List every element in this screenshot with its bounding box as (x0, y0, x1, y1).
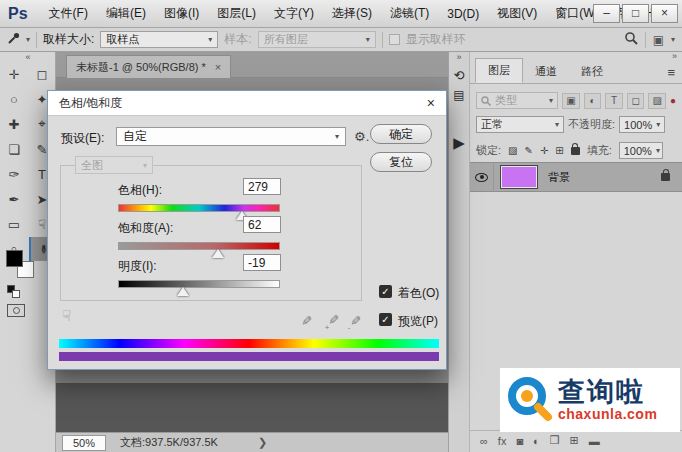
link-icon[interactable]: ∞ (480, 435, 488, 447)
healing-tool[interactable]: ✚ (1, 112, 27, 136)
opacity-field[interactable]: 100% ▾ (619, 116, 665, 133)
tab-paths[interactable]: 路径 (569, 60, 615, 83)
filter-smart-icon[interactable]: ▨ (648, 93, 666, 109)
watermark: 查询啦 chaxunla.com (500, 368, 680, 432)
saturation-slider[interactable] (118, 242, 280, 250)
hue-slider[interactable] (118, 204, 280, 212)
move-tool[interactable]: ✛ (1, 62, 27, 86)
filter-shape-icon[interactable]: ◻ (627, 93, 645, 109)
saturation-slider-handle[interactable] (212, 249, 224, 258)
search-icon[interactable] (624, 31, 638, 48)
filter-type-icon[interactable]: T (605, 93, 623, 109)
menu-file[interactable]: 文件(F) (40, 5, 97, 22)
dialog-title-bar[interactable]: 色相/饱和度 × (48, 91, 446, 116)
filter-pixel-icon[interactable]: ▣ (562, 93, 580, 109)
default-colors-icon[interactable] (12, 290, 20, 298)
hue-input[interactable] (243, 178, 281, 195)
menu-image[interactable]: 图像(I) (155, 5, 208, 22)
lock-paint-icon[interactable]: ✎ (525, 145, 533, 156)
history-panel-icon[interactable]: ⟲ (449, 68, 469, 83)
pen-tool[interactable]: ✒ (1, 187, 27, 211)
filter-type-select: 类型 ▾ (476, 92, 558, 109)
expand-dock-icon[interactable]: » (449, 52, 469, 62)
preset-label: 预设(E): (61, 130, 104, 147)
lock-transparent-icon[interactable]: ▨ (508, 145, 517, 156)
reset-button[interactable]: 复位 (370, 152, 432, 172)
layer-filter-row: 类型 ▾ ▣ ◐ T ◻ ▨ ● (476, 92, 676, 109)
fx-icon[interactable]: fx (498, 435, 507, 447)
menu-layer[interactable]: 图层(L) (208, 5, 265, 22)
new-layer-icon[interactable]: ⊞ (570, 434, 579, 447)
adjusted-spectrum-bar (59, 352, 439, 361)
close-button[interactable]: × (651, 4, 678, 23)
sample-select: 所有图层 ▾ (258, 31, 376, 48)
close-tab-icon[interactable]: × (215, 61, 221, 73)
preview-checkbox[interactable]: ✓ (379, 313, 392, 326)
saturation-input[interactable] (243, 216, 281, 233)
lock-all-icon[interactable] (571, 147, 580, 155)
lightness-input[interactable] (243, 254, 281, 271)
menu-type[interactable]: 文字(Y) (265, 5, 323, 22)
menu-view[interactable]: 视图(V) (488, 5, 546, 22)
tab-channels[interactable]: 通道 (523, 60, 569, 83)
status-expand-icon[interactable]: ❯ (258, 436, 267, 449)
filter-adjustment-icon[interactable]: ◐ (584, 93, 602, 109)
colorize-checkbox[interactable]: ✓ (379, 285, 392, 298)
document-tab[interactable]: 未标题-1 @ 50%(RGB/8) * × (66, 55, 231, 78)
layer-row-background[interactable]: 背景 (470, 162, 682, 192)
chevron-down-icon[interactable]: ▾ (671, 35, 675, 44)
gear-icon[interactable]: ⚙. (354, 129, 369, 144)
show-ring-label: 显示取样环 (406, 31, 466, 48)
menu-edit[interactable]: 编辑(E) (97, 5, 155, 22)
lock-move-icon[interactable]: ✛ (540, 145, 548, 156)
foreground-color-swatch[interactable] (6, 250, 23, 267)
visibility-eye-icon[interactable] (475, 173, 488, 182)
opacity-label: 不透明度: (568, 117, 615, 132)
adjustment-icon[interactable]: ◐ (533, 435, 540, 447)
menu-3d[interactable]: 3D(D) (438, 7, 488, 21)
stamp-tool[interactable]: ❏ (1, 137, 27, 161)
preview-label: 预览(P) (398, 313, 438, 330)
eyedropper-icon[interactable] (7, 32, 20, 48)
lightness-slider[interactable] (118, 280, 280, 288)
tool-preset-caret-icon[interactable]: ▾ (26, 35, 30, 44)
properties-panel-icon[interactable]: ▤ (449, 88, 469, 102)
fill-field[interactable]: 100% ▾ (619, 142, 663, 159)
saturation-label: 饱和度(A): (118, 220, 173, 237)
trash-icon[interactable]: ▬ (589, 435, 600, 447)
dialog-title: 色相/饱和度 (59, 95, 122, 112)
lightness-slider-handle[interactable] (177, 287, 189, 296)
mask-icon[interactable]: ◙ (516, 435, 523, 447)
show-ring-checkbox (389, 34, 400, 45)
maximize-button[interactable]: □ (622, 4, 649, 23)
history-brush-tool[interactable]: ✑ (1, 162, 27, 186)
layer-thumbnail[interactable] (500, 165, 538, 189)
collapse-toolbar-icon[interactable]: « (0, 52, 56, 62)
panel-menu-icon[interactable]: ≡ (667, 65, 675, 80)
menu-filter[interactable]: 滤镜(T) (381, 5, 438, 22)
group-icon[interactable]: ❒ (550, 434, 560, 447)
options-bar: ▾ 取样大小: 取样点 ▾ 样本: 所有图层 ▾ 显示取样环 ▣ ▾ (0, 28, 682, 52)
panel-tabs: 图层 通道 路径 (470, 60, 682, 84)
marquee-tool[interactable]: ◻ (29, 62, 55, 86)
zoom-level-field[interactable]: 50% (62, 435, 106, 451)
document-title: 未标题-1 @ 50%(RGB/8) * (76, 60, 206, 75)
dialog-close-icon[interactable]: × (427, 95, 435, 111)
actions-play-icon[interactable]: ▶ (449, 134, 469, 152)
tab-layers[interactable]: 图层 (475, 58, 523, 83)
hue-saturation-dialog: 色相/饱和度 × 预设(E): 自定 ▾ ⚙. 确定 复位 全图 ▾ 色相(H)… (47, 90, 447, 370)
blend-mode-select[interactable]: 正常 ▾ (476, 116, 564, 133)
sample-size-label: 取样大小: (43, 31, 94, 48)
quick-mask-button[interactable] (7, 304, 25, 317)
workspace-icon[interactable]: ▣ (653, 33, 664, 47)
filter-toggle-icon[interactable]: ● (670, 95, 676, 106)
sample-size-select[interactable]: 取样点 ▾ (100, 31, 218, 48)
minimize-button[interactable]: – (593, 4, 620, 23)
lasso-tool[interactable]: ○ (1, 87, 27, 111)
blend-row: 正常 ▾ 不透明度: 100% ▾ (476, 116, 676, 133)
ok-button[interactable]: 确定 (370, 124, 432, 144)
shape-tool[interactable]: ▭ (1, 212, 27, 236)
menu-select[interactable]: 选择(S) (323, 5, 381, 22)
lock-artboard-icon[interactable]: ⊞ (555, 145, 563, 156)
preset-select[interactable]: 自定 ▾ (116, 127, 346, 146)
